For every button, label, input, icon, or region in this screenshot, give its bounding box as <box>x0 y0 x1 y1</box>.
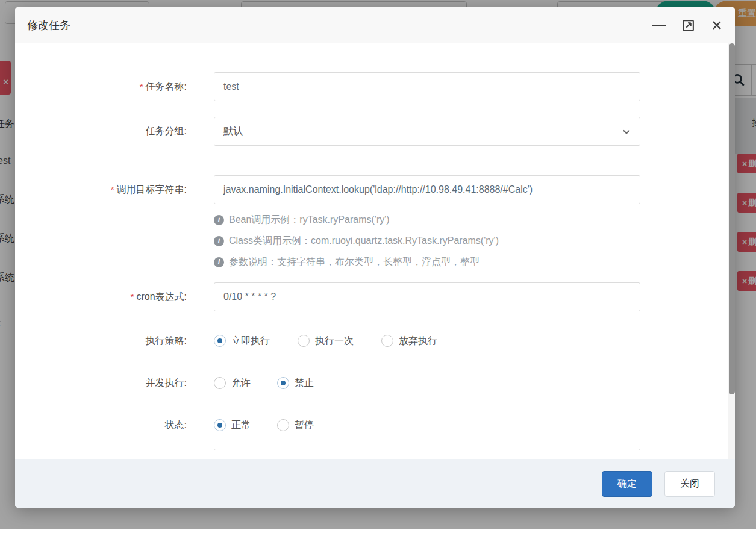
dialog-scrollbar[interactable] <box>728 43 735 459</box>
minimize-icon <box>652 25 666 26</box>
form-row-partial <box>15 449 735 459</box>
maximize-icon <box>681 19 695 33</box>
radio-icon <box>277 377 289 389</box>
radio-status-paused[interactable]: 暂停 <box>277 419 314 432</box>
radio-icon <box>214 377 226 389</box>
concurrent-group: 允许 禁止 <box>214 373 640 393</box>
close-icon <box>711 19 723 31</box>
hint-class-example: Class类调用示例：com.ruoyi.quartz.task.RyTask.… <box>214 231 640 252</box>
minimize-button[interactable] <box>649 16 669 35</box>
required-star: * <box>111 184 114 195</box>
concurrent-label: 并发执行: <box>15 373 187 393</box>
form-row-status: 状态: 正常 暂停 <box>15 416 735 435</box>
misfire-policy-label: 执行策略: <box>15 331 187 350</box>
form-row-misfire-policy: 执行策略: 立即执行 执行一次 放弃执行 <box>15 331 735 350</box>
close-dialog-button[interactable]: 关闭 <box>664 471 715 497</box>
info-icon <box>214 215 224 225</box>
status-label: 状态: <box>15 416 187 435</box>
radio-misfire-once[interactable]: 执行一次 <box>298 335 354 347</box>
misfire-policy-group: 立即执行 执行一次 放弃执行 <box>214 331 640 350</box>
edit-task-dialog: 修改任务 *任务名称: <box>15 7 735 508</box>
dialog-body: *任务名称: 任务分组: 默认 *调用目标字符串: <box>15 43 735 459</box>
radio-icon <box>381 335 393 347</box>
radio-icon <box>298 335 310 347</box>
required-star: * <box>140 81 143 92</box>
radio-concurrent-forbid[interactable]: 禁止 <box>277 377 314 390</box>
close-button[interactable] <box>707 16 726 35</box>
status-group: 正常 暂停 <box>214 416 640 435</box>
job-group-label: 任务分组: <box>15 117 187 146</box>
cron-input[interactable] <box>214 282 640 311</box>
scrollbar-thumb[interactable] <box>729 43 735 394</box>
job-name-label: *任务名称: <box>15 72 187 101</box>
form-row-invoke-target: *调用目标字符串: <box>15 175 735 204</box>
radio-icon <box>277 419 289 431</box>
form-row-job-group: 任务分组: 默认 <box>15 117 735 146</box>
radio-concurrent-allow[interactable]: 允许 <box>214 377 251 390</box>
form-row-job-name: *任务名称: <box>15 72 735 101</box>
chevron-down-icon <box>622 127 631 137</box>
radio-misfire-immediate[interactable]: 立即执行 <box>214 335 270 347</box>
radio-status-normal[interactable]: 正常 <box>214 419 251 432</box>
info-icon <box>214 236 224 246</box>
window-controls <box>649 7 726 43</box>
dialog-header: 修改任务 <box>15 7 735 43</box>
dialog-title: 修改任务 <box>15 18 70 33</box>
invoke-target-input[interactable] <box>214 175 640 204</box>
required-star: * <box>131 291 134 302</box>
dialog-footer: 确定 关闭 <box>15 459 735 508</box>
info-icon <box>214 257 224 267</box>
confirm-button[interactable]: 确定 <box>602 471 652 497</box>
job-name-input[interactable] <box>214 72 640 101</box>
cron-label: *cron表达式: <box>15 282 187 311</box>
partial-clipped-input[interactable] <box>214 449 640 459</box>
job-group-select[interactable]: 默认 <box>214 117 640 146</box>
maximize-button[interactable] <box>678 16 698 35</box>
hint-bean-example: Bean调用示例：ryTask.ryParams('ry') <box>214 210 640 231</box>
hint-param-note: 参数说明：支持字符串，布尔类型，长整型，浮点型，整型 <box>214 252 640 273</box>
job-group-selected-value: 默认 <box>223 125 243 138</box>
radio-misfire-abandon[interactable]: 放弃执行 <box>381 335 437 347</box>
form-row-cron: *cron表达式: <box>15 282 735 311</box>
radio-icon <box>214 335 226 347</box>
invoke-target-label: *调用目标字符串: <box>15 175 187 204</box>
form-row-concurrent: 并发执行: 允许 禁止 <box>15 373 735 393</box>
radio-icon <box>214 419 226 431</box>
